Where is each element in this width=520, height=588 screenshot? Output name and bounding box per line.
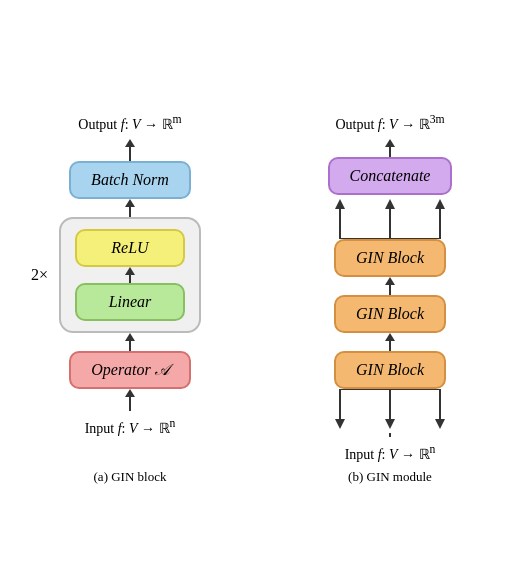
right-arrowhead-2 <box>385 277 395 285</box>
gin-block-2-label: GIN Block <box>356 305 424 323</box>
arrowhead-1 <box>125 139 135 147</box>
right-arrow-line-2 <box>389 285 391 295</box>
right-arrow-line-3 <box>389 341 391 351</box>
arrow-1 <box>125 139 135 161</box>
right-arrow-1 <box>385 139 395 157</box>
left-input-sup: n <box>170 417 176 430</box>
linear-node: Linear <box>75 283 185 321</box>
right-arrow-2 <box>385 277 395 295</box>
svg-marker-13 <box>435 419 445 429</box>
captions-row: (a) GIN block (b) GIN module <box>0 469 520 485</box>
right-input-label: Input f: V → ℝn <box>345 443 436 463</box>
relu-label: ReLU <box>111 239 148 257</box>
right-input-sup: n <box>430 443 436 456</box>
arrow-line-3 <box>129 275 131 283</box>
loop-box: ReLU Linear <box>59 217 201 333</box>
left-diagram: Output f: V → ℝm Batch Norm 2× ReLU <box>10 113 250 436</box>
main-container: Output f: V → ℝm Batch Norm 2× ReLU <box>0 103 520 462</box>
loop-wrapper: 2× ReLU Linear <box>59 217 201 333</box>
batch-norm-label: Batch Norm <box>91 171 169 189</box>
gin-block-1-label: GIN Block <box>356 249 424 267</box>
arrow-line-2 <box>129 207 131 217</box>
operator-label: Operator 𝒜 <box>91 361 169 379</box>
gin-block-3: GIN Block <box>334 351 446 389</box>
right-caption: (b) GIN module <box>270 469 510 485</box>
loop-label: 2× <box>31 266 48 284</box>
left-output-sup: m <box>173 113 182 126</box>
concatenate-node: Concatenate <box>328 157 453 195</box>
arrowhead-3 <box>125 267 135 275</box>
right-diagram: Output f: V → ℝ3m Concatenate <box>270 113 510 462</box>
svg-marker-11 <box>385 419 395 429</box>
branch-svg-top <box>310 195 470 239</box>
arrow-5 <box>125 389 135 411</box>
right-arrow-bottom-line <box>389 433 391 437</box>
left-caption: (a) GIN block <box>10 469 250 485</box>
branch-svg-bottom <box>310 389 470 433</box>
arrow-line-5 <box>129 397 131 411</box>
gin-block-3-label: GIN Block <box>356 361 424 379</box>
left-output-label: Output f: V → ℝm <box>78 113 181 133</box>
batch-norm-node: Batch Norm <box>69 161 191 199</box>
svg-marker-5 <box>435 199 445 209</box>
right-arrowhead-3 <box>385 333 395 341</box>
arrow-line-4 <box>129 341 131 351</box>
arrow-line-1 <box>129 147 131 161</box>
right-arrow-bottom-stem <box>389 433 391 437</box>
gin-block-1: GIN Block <box>334 239 446 277</box>
svg-marker-9 <box>335 419 345 429</box>
arrowhead-5 <box>125 389 135 397</box>
arrowhead-4 <box>125 333 135 341</box>
arrowhead-2 <box>125 199 135 207</box>
branch-arrows-top <box>310 195 470 239</box>
svg-marker-1 <box>335 199 345 209</box>
relu-node: ReLU <box>75 229 185 267</box>
right-output-sup: 3m <box>430 113 445 126</box>
concatenate-label: Concatenate <box>350 167 431 185</box>
arrow-4 <box>125 333 135 351</box>
right-output-label: Output f: V → ℝ3m <box>335 113 444 133</box>
arrow-3 <box>125 267 135 283</box>
left-input-label: Input f: V → ℝn <box>85 417 176 437</box>
right-arrowhead-1 <box>385 139 395 147</box>
svg-marker-3 <box>385 199 395 209</box>
operator-node: Operator 𝒜 <box>69 351 191 389</box>
branch-arrows-bottom <box>310 389 470 433</box>
linear-label: Linear <box>109 293 152 311</box>
right-arrow-line-1 <box>389 147 391 157</box>
right-arrow-3 <box>385 333 395 351</box>
gin-block-2: GIN Block <box>334 295 446 333</box>
arrow-2 <box>125 199 135 217</box>
